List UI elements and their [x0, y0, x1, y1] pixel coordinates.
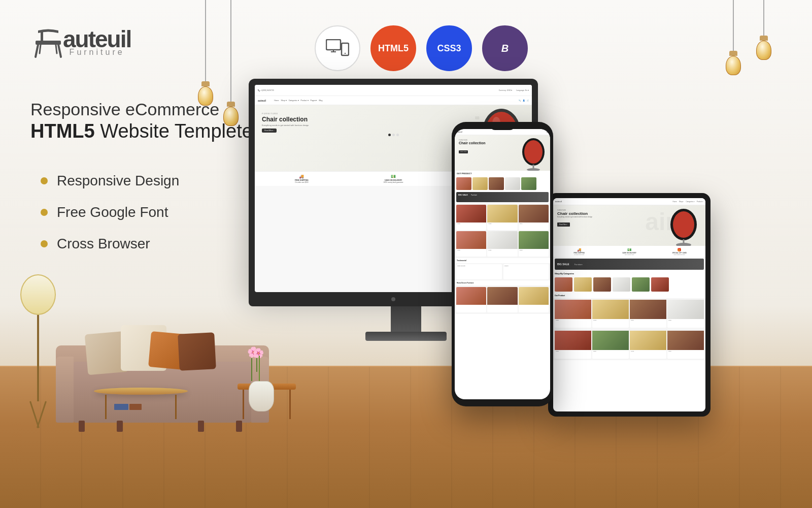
- pendant-lights-right: [726, 0, 771, 75]
- site-phone: 📞 +1(000) 8426733: [258, 89, 274, 91]
- headline-line1: Responsive eCommerce: [30, 99, 253, 120]
- phone-product-info-5: Chair: [487, 249, 517, 251]
- tech-icons-row: HTML5 CSS3 B: [315, 25, 528, 71]
- tech-icon-html5: HTML5: [370, 25, 416, 71]
- phone-product-info-3: Stool: [519, 223, 549, 225]
- phone-hero-btn: Read More: [459, 150, 468, 153]
- tablet-feature-gift: 🎁 SPECIAL GIFT CARD Offer special bonuse…: [655, 248, 703, 255]
- phone-product-img-9: [519, 287, 549, 305]
- svg-line-2: [58, 45, 61, 57]
- table-top: [94, 388, 188, 395]
- site-nav-links: Home Shop ▾ Categories ▾ Product ▾ Pages…: [274, 100, 322, 102]
- phone-product-6: Plant: [519, 231, 549, 257]
- tablet-frame: auteuil Home Shop ▾ Categories ▾ Product…: [548, 193, 710, 417]
- phone-cat-3: [489, 177, 504, 190]
- responsive-icon: [326, 39, 349, 57]
- feature-responsive-design: Responsive Design: [41, 173, 179, 189]
- phone-product-img-5: [487, 231, 517, 249]
- phone-product-1: Chair: [456, 205, 486, 230]
- shipping-icon: 🚚: [258, 174, 346, 179]
- tablet-product-img-8: [667, 331, 704, 350]
- phone-chair-svg: [520, 138, 548, 171]
- tablet-site-preview: auteuil Home Shop ▾ Categories ▾ Product…: [553, 198, 705, 411]
- tablet-product-text-5: Chair: [555, 350, 591, 353]
- lamp-pole: [37, 315, 39, 401]
- phone-product-4: Chair: [456, 231, 486, 257]
- phone-product-7: [456, 287, 486, 312]
- phone-cat-2: [472, 177, 488, 190]
- phone-product-5: Chair: [487, 231, 517, 257]
- feature-dot-3: [41, 240, 48, 247]
- phone-home-decore-title: Home Decore Furniture: [455, 280, 550, 285]
- pendant-top-1: [729, 51, 737, 56]
- tablet-cash-sub: 100% money back: [605, 254, 654, 255]
- pendant-bulb-2: [756, 41, 771, 60]
- tablet-cat-1: [555, 277, 572, 292]
- css3-label: CSS3: [437, 43, 461, 54]
- tablet-product-img-2: [592, 300, 629, 319]
- pendant-top-2: [760, 36, 768, 41]
- pendant-2: [756, 0, 771, 60]
- tablet-hero: FURNITURE Chair collection Everything ne…: [553, 205, 705, 246]
- monitor-base: [365, 332, 447, 341]
- table-leg-2: [175, 395, 177, 419]
- tablet-feature-cash: 💵 CASH ON DELIVERY 100% money back: [605, 248, 654, 255]
- tablet-cat-2: [574, 277, 592, 292]
- tablet-sale-banner: BIG SALE Furniture: [555, 259, 704, 270]
- tablet-product-5: Chair: [555, 331, 591, 359]
- tablet-product-7: Clock: [630, 331, 666, 359]
- svg-point-16: [524, 140, 543, 164]
- phone-testimonials: Great product! Love it!: [455, 263, 550, 280]
- lamp-shade: [20, 274, 56, 315]
- shipping-sub: On order over $150: [258, 181, 346, 183]
- phone-product-img-8: [487, 287, 517, 305]
- sofa-leg-4: [236, 421, 242, 432]
- phone-product-info-4: Chair: [456, 249, 486, 251]
- cushion-brown: [178, 332, 216, 371]
- phone-mockup: auteuil ≡ FURNITURE Chair collection Rea…: [452, 122, 553, 406]
- book-1: [114, 404, 128, 410]
- pendant-bulb-1: [726, 56, 741, 75]
- book-2: [129, 404, 142, 410]
- tablet-products-grid: Chair Clock Stool Chair: [553, 298, 705, 329]
- tablet-nav-cat: Categories ▾: [686, 201, 694, 203]
- svg-line-4: [56, 45, 57, 53]
- nav-blog: Blog: [319, 100, 322, 102]
- flower-head-2: 🌸: [253, 347, 264, 359]
- phone-product-img-4: [456, 231, 486, 249]
- phone-section-hero-sub: OUT PRODUCT: [455, 171, 550, 176]
- tablet-nav-home: Home: [673, 201, 677, 203]
- cord-left-2: [230, 0, 231, 102]
- tablet-sale-sub: Furniture: [574, 263, 583, 266]
- tablet-product-text-4: Chair: [667, 319, 704, 322]
- logo-chair-icon: [30, 25, 66, 58]
- hero-dot-3: [396, 134, 399, 136]
- feature-dot-2: [41, 209, 48, 216]
- phone-logo: auteuil: [457, 131, 462, 133]
- tablet-product-2: Clock: [592, 300, 629, 328]
- phone-product-8: [487, 287, 517, 312]
- hero-dot-2: [392, 134, 395, 136]
- tablet-product-3: Stool: [630, 300, 666, 328]
- phone-sale-sub: Furniture: [471, 194, 477, 196]
- site-nav: auteuil Home Shop ▾ Categories ▾ Product…: [255, 96, 532, 105]
- testimonial-text-1: Great product!: [457, 265, 501, 267]
- svg-line-3: [40, 45, 41, 53]
- phone-product-2: Clock: [487, 205, 517, 230]
- nav-user: 👤: [523, 100, 525, 102]
- tablet-shipping-icon: 🚚: [555, 248, 603, 252]
- sofa-leg-2: [117, 421, 123, 432]
- tablet-product-text-1: Chair: [555, 319, 591, 322]
- tablet-sale-text: BIG SALE: [557, 263, 569, 266]
- logo-area: auteuil Furniture: [30, 25, 131, 58]
- nav-categories: Categories ▾: [289, 100, 299, 102]
- tablet-gift-sub: Offer special bonuses: [655, 254, 703, 255]
- svg-point-22: [676, 243, 691, 246]
- nav-home: Home: [274, 100, 279, 102]
- phone-product-info-6: Plant: [519, 249, 549, 251]
- tablet-features-bar: 🚚 FREE SHIPPING On order over $150 💵 CAS…: [553, 246, 705, 258]
- phone-notch: [490, 125, 515, 130]
- tablet-product-text-6: Plant: [592, 350, 629, 353]
- site-feature-cash: 💵 CASH ON DELIVERY 100% money back guara…: [350, 174, 437, 183]
- feature-label-font: Free Google Font: [57, 204, 168, 220]
